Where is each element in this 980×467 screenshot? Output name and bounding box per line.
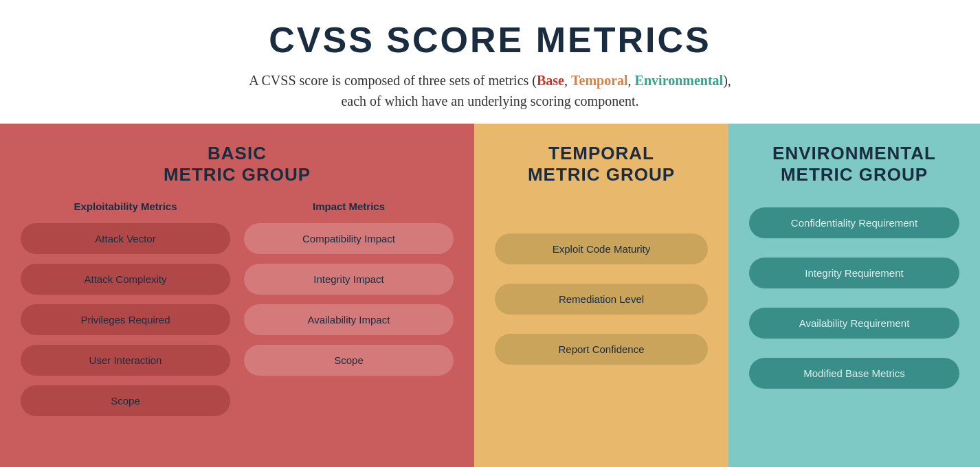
basic-metric-group: BASIC METRIC GROUP Exploitability Metric… bbox=[0, 124, 474, 467]
subtitle-mid1: , bbox=[564, 73, 571, 88]
metric-confidentiality-requirement: Confidentiality Requirement bbox=[749, 207, 959, 238]
metric-integrity-requirement: Integrity Requirement bbox=[749, 258, 959, 288]
temporal-group-title: TEMPORAL METRIC GROUP bbox=[528, 143, 675, 185]
metric-availability-requirement: Availability Requirement bbox=[749, 308, 959, 339]
page-wrapper: CVSS SCORE METRICS A CVSS score is compo… bbox=[0, 0, 980, 467]
metric-attack-complexity: Attack Complexity bbox=[21, 264, 230, 295]
metric-modified-base-metrics: Modified Base Metrics bbox=[749, 358, 959, 389]
base-word: Base bbox=[537, 73, 564, 88]
metric-availability-impact: Availability Impact bbox=[244, 304, 454, 335]
metric-attack-vector: Attack Vector bbox=[21, 223, 230, 254]
metric-user-interaction: User Interaction bbox=[21, 345, 230, 376]
env-pills: Confidentiality Requirement Integrity Re… bbox=[749, 207, 959, 398]
header: CVSS SCORE METRICS A CVSS score is compo… bbox=[0, 0, 980, 124]
basic-columns: Exploitability Metrics Attack Vector Att… bbox=[21, 201, 454, 446]
metric-exploit-code-maturity: Exploit Code Maturity bbox=[495, 234, 708, 264]
metric-scope-impact: Scope bbox=[244, 345, 454, 376]
environmental-metric-group: ENVIRONMENTAL METRIC GROUP Confidentiali… bbox=[728, 124, 980, 467]
environmental-word: Environmental bbox=[635, 73, 724, 88]
metric-report-confidence: Report Confidence bbox=[495, 334, 708, 365]
impact-col: Impact Metrics Compatibility Impact Inte… bbox=[244, 201, 454, 446]
subtitle-end: ), bbox=[723, 73, 731, 88]
metric-scope-exploit: Scope bbox=[21, 385, 230, 416]
metric-privileges-required: Privileges Required bbox=[21, 304, 230, 335]
basic-group-title: BASIC METRIC GROUP bbox=[21, 143, 454, 185]
subtitle-before: A CVSS score is composed of three sets o… bbox=[249, 73, 537, 88]
page-title: CVSS SCORE METRICS bbox=[14, 19, 966, 60]
temporal-pills: Exploit Code Maturity Remediation Level … bbox=[495, 234, 708, 374]
subtitle-line2: each of which have an underlying scoring… bbox=[341, 93, 638, 109]
exploitability-col: Exploitability Metrics Attack Vector Att… bbox=[21, 201, 230, 446]
metric-compatibility-impact: Compatibility Impact bbox=[244, 223, 454, 254]
metrics-grid: BASIC METRIC GROUP Exploitability Metric… bbox=[0, 124, 980, 467]
subtitle: A CVSS score is composed of three sets o… bbox=[14, 70, 966, 111]
temporal-metric-group: TEMPORAL METRIC GROUP Exploit Code Matur… bbox=[474, 124, 728, 467]
exploitability-title: Exploitability Metrics bbox=[21, 201, 230, 212]
metric-remediation-level: Remediation Level bbox=[495, 284, 708, 315]
subtitle-mid2: , bbox=[628, 73, 635, 88]
impact-title: Impact Metrics bbox=[244, 201, 454, 212]
temporal-word: Temporal bbox=[571, 73, 628, 88]
metric-integrity-impact: Integrity Impact bbox=[244, 264, 454, 295]
environmental-group-title: ENVIRONMENTAL METRIC GROUP bbox=[772, 143, 936, 185]
